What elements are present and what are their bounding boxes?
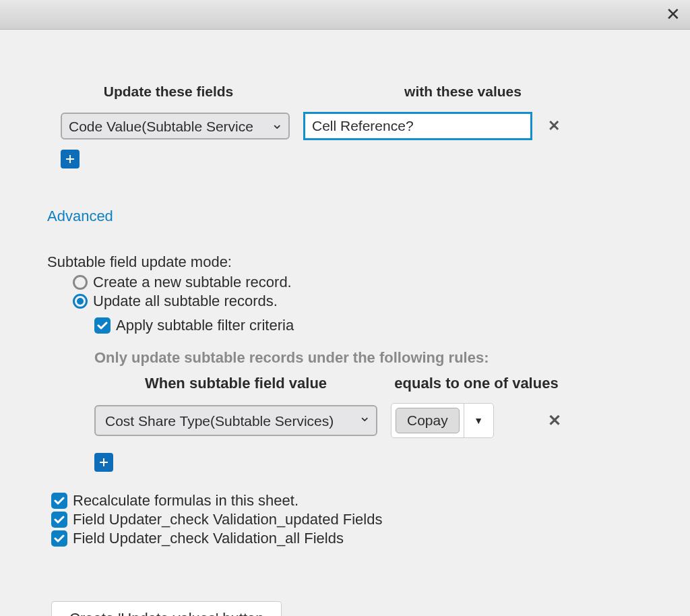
checkbox-label: Apply subtable filter criteria xyxy=(116,317,294,334)
rule-field-select[interactable]: Cost Share Type(Subtable Services) xyxy=(94,405,377,436)
checkbox-checked-icon xyxy=(51,530,67,547)
remove-row-icon[interactable]: ✕ xyxy=(546,117,562,135)
advanced-link[interactable]: Advanced xyxy=(47,208,113,225)
field-value-row: Code Value(Subtable Service ✕ xyxy=(47,112,643,140)
create-button[interactable]: Create 'Update values' button xyxy=(51,601,282,616)
add-rule-button[interactable] xyxy=(94,453,113,472)
options-checkbox-group: Recalculate formulas in this sheet. Fiel… xyxy=(51,492,643,547)
checkbox-checked-icon xyxy=(94,317,111,334)
radio-icon-selected xyxy=(73,294,88,309)
filter-hint-text: Only update subtable records under the f… xyxy=(94,349,643,367)
rule-when-header: When subtable field value xyxy=(94,375,377,392)
add-field-row-button[interactable] xyxy=(61,150,80,168)
titlebar: ✕ xyxy=(0,0,690,30)
recalculate-checkbox-row[interactable]: Recalculate formulas in this sheet. xyxy=(51,492,643,510)
radio-update-all[interactable]: Update all subtable records. xyxy=(73,292,643,310)
checkbox-label: Recalculate formulas in this sheet. xyxy=(73,492,299,510)
radio-icon xyxy=(73,275,88,290)
update-mode-radio-group: Create a new subtable record. Update all… xyxy=(73,274,643,310)
checkbox-checked-icon xyxy=(51,493,67,509)
remove-rule-icon[interactable]: ✕ xyxy=(548,411,561,430)
apply-filter-checkbox-row[interactable]: Apply subtable filter criteria xyxy=(94,317,643,334)
radio-label: Create a new subtable record. xyxy=(93,274,292,291)
fields-header: Update these fields xyxy=(47,84,276,100)
rule-column-headers: When subtable field value equals to one … xyxy=(94,375,643,392)
radio-create-new[interactable]: Create a new subtable record. xyxy=(73,274,643,291)
rule-equals-header: equals to one of values xyxy=(377,375,643,392)
checkbox-label: Field Updater_check Validation_updated F… xyxy=(73,511,382,528)
validation-updated-checkbox-row[interactable]: Field Updater_check Validation_updated F… xyxy=(51,511,643,528)
rule-value-taginput[interactable]: Copay ▼ xyxy=(391,403,494,438)
validation-all-checkbox-row[interactable]: Field Updater_check Validation_all Field… xyxy=(51,530,643,547)
values-header: with these values xyxy=(276,84,643,100)
value-input[interactable] xyxy=(303,112,532,140)
dialog-content: Update these fields with these values Co… xyxy=(0,30,690,616)
rule-field-select-wrapper: Cost Share Type(Subtable Services) xyxy=(94,405,377,436)
tag-value[interactable]: Copay xyxy=(396,408,460,433)
checkbox-checked-icon xyxy=(51,512,67,528)
checkbox-label: Field Updater_check Validation_all Field… xyxy=(73,530,344,547)
column-headers: Update these fields with these values xyxy=(47,84,643,100)
field-select[interactable]: Code Value(Subtable Service xyxy=(61,113,290,140)
field-select-wrapper: Code Value(Subtable Service xyxy=(61,113,290,140)
close-icon[interactable]: ✕ xyxy=(663,5,683,25)
tag-dropdown-icon[interactable]: ▼ xyxy=(464,404,493,437)
update-mode-label: Subtable field update mode: xyxy=(47,253,643,271)
radio-label: Update all subtable records. xyxy=(93,292,278,310)
filter-rule-row: Cost Share Type(Subtable Services) Copay… xyxy=(94,403,643,438)
